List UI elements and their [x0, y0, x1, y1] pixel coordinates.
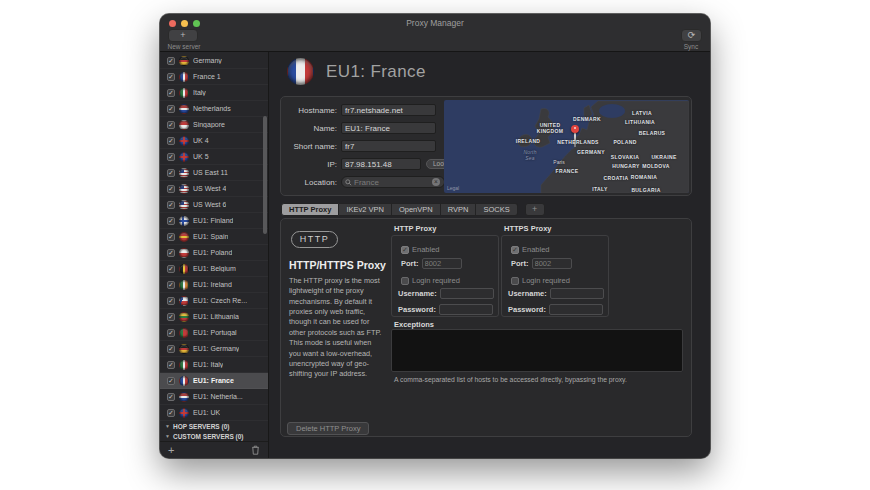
sidebar-server-row[interactable]: ✓ EU1: Portugal — [160, 325, 268, 341]
map-label: ITALY — [592, 186, 607, 192]
server-enabled-checkbox[interactable]: ✓ — [167, 153, 175, 161]
sidebar-server-row[interactable]: ✓ EU1: Netherla... — [160, 389, 268, 405]
server-enabled-checkbox[interactable]: ✓ — [167, 121, 175, 129]
sync-button[interactable]: ⟳ — [681, 29, 702, 42]
sidebar-server-row[interactable]: ✓ UK 5 — [160, 149, 268, 165]
server-flag-icon — [179, 376, 189, 386]
sidebar-server-row[interactable]: ✓ EU1: France — [160, 373, 268, 389]
add-tab-button[interactable]: + — [525, 203, 545, 216]
add-server-button[interactable]: + — [168, 445, 174, 456]
tab-openvpn[interactable]: OpenVPN — [392, 203, 441, 216]
server-enabled-checkbox[interactable]: ✓ — [167, 249, 175, 257]
http-port-field[interactable] — [422, 258, 462, 269]
trash-icon[interactable] — [251, 445, 260, 455]
server-enabled-checkbox[interactable]: ✓ — [167, 57, 175, 65]
server-enabled-checkbox[interactable]: ✓ — [167, 233, 175, 241]
server-enabled-checkbox[interactable]: ✓ — [167, 377, 175, 385]
https-password-field[interactable] — [549, 304, 603, 315]
name-label: Name: — [285, 124, 337, 133]
ip-field[interactable] — [341, 158, 421, 170]
server-label: Italy — [193, 89, 206, 96]
custom-servers-group[interactable]: ▼ CUSTOM SERVERS (0) — [160, 431, 268, 441]
delete-http-proxy-button[interactable]: Delete HTTP Proxy — [287, 422, 369, 435]
http-enabled-checkbox[interactable]: ✓ — [401, 246, 409, 254]
disclosure-triangle-icon[interactable]: ▼ — [165, 433, 170, 439]
sidebar-server-row[interactable]: ✓ EU1: Poland — [160, 245, 268, 261]
new-server-button[interactable]: + — [168, 29, 198, 42]
hostname-field[interactable] — [341, 104, 436, 116]
sidebar-server-row[interactable]: ✓ EU1: UK — [160, 405, 268, 421]
sidebar-server-row[interactable]: ✓ Netherlands — [160, 101, 268, 117]
name-field[interactable] — [341, 122, 436, 134]
map-label: BELARUS — [639, 130, 666, 136]
clear-location-icon[interactable]: × — [432, 178, 440, 186]
disclosure-triangle-icon[interactable]: ▼ — [165, 423, 170, 429]
server-enabled-checkbox[interactable]: ✓ — [167, 89, 175, 97]
server-enabled-checkbox[interactable]: ✓ — [167, 281, 175, 289]
server-label: US West 6 — [193, 201, 226, 208]
http-login-required-label: Login required — [412, 276, 460, 285]
location-search-field[interactable]: × — [341, 176, 445, 188]
tab-socks[interactable]: SOCKS — [476, 203, 517, 216]
server-enabled-checkbox[interactable]: ✓ — [167, 313, 175, 321]
server-flag-icon — [179, 344, 189, 354]
https-username-field[interactable] — [550, 288, 604, 299]
server-enabled-checkbox[interactable]: ✓ — [167, 185, 175, 193]
sidebar-server-row[interactable]: ✓ EU1: Ireland — [160, 277, 268, 293]
server-enabled-checkbox[interactable]: ✓ — [167, 169, 175, 177]
server-enabled-checkbox[interactable]: ✓ — [167, 345, 175, 353]
short-name-field[interactable] — [341, 140, 436, 152]
server-enabled-checkbox[interactable]: ✓ — [167, 217, 175, 225]
hop-servers-group[interactable]: ▼ HOP SERVERS (0) — [160, 421, 268, 431]
sidebar-server-row[interactable]: ✓ Singapore — [160, 117, 268, 133]
http-password-field[interactable] — [439, 304, 493, 315]
server-enabled-checkbox[interactable]: ✓ — [167, 297, 175, 305]
map-legal-link[interactable]: Legal — [447, 185, 459, 191]
server-label: EU1: Belgium — [193, 265, 236, 272]
server-enabled-checkbox[interactable]: ✓ — [167, 409, 175, 417]
sidebar-bottom-bar: + — [160, 441, 268, 458]
sidebar-server-row[interactable]: ✓ EU1: Spain — [160, 229, 268, 245]
server-flag-icon — [179, 280, 189, 290]
sidebar-server-row[interactable]: ✓ Germany — [160, 53, 268, 69]
server-enabled-checkbox[interactable]: ✓ — [167, 73, 175, 81]
server-label: UK 5 — [193, 153, 209, 160]
server-enabled-checkbox[interactable]: ✓ — [167, 361, 175, 369]
https-port-field[interactable] — [532, 258, 572, 269]
http-login-required-checkbox[interactable] — [401, 277, 409, 285]
http-port-label: Port: — [401, 259, 419, 268]
server-enabled-checkbox[interactable]: ✓ — [167, 329, 175, 337]
server-enabled-checkbox[interactable]: ✓ — [167, 201, 175, 209]
server-enabled-checkbox[interactable]: ✓ — [167, 105, 175, 113]
map[interactable]: Legal LATVIALITHUANIADENMARKUNITEDKINGDO… — [444, 100, 689, 193]
sidebar-server-row[interactable]: ✓ EU1: Lithuania — [160, 309, 268, 325]
sidebar-server-row[interactable]: ✓ US East 11 — [160, 165, 268, 181]
https-login-required-checkbox[interactable] — [511, 277, 519, 285]
server-enabled-checkbox[interactable]: ✓ — [167, 137, 175, 145]
server-enabled-checkbox[interactable]: ✓ — [167, 393, 175, 401]
sidebar-server-row[interactable]: ✓ Italy — [160, 85, 268, 101]
https-enabled-checkbox[interactable]: ✓ — [511, 246, 519, 254]
location-input[interactable] — [354, 178, 430, 187]
sidebar-server-row[interactable]: ✓ France 1 — [160, 69, 268, 85]
map-label: FRANCE — [556, 168, 579, 174]
sidebar-server-row[interactable]: ✓ UK 4 — [160, 133, 268, 149]
sidebar-server-row[interactable]: ✓ US West 6 — [160, 197, 268, 213]
sidebar-server-row[interactable]: ✓ EU1: Belgium — [160, 261, 268, 277]
exceptions-textarea[interactable] — [391, 329, 683, 372]
sidebar-server-row[interactable]: ✓ EU1: Czech Re... — [160, 293, 268, 309]
sidebar-server-row[interactable]: ✓ EU1: Finland — [160, 213, 268, 229]
server-flag-icon — [179, 168, 189, 178]
server-flag-icon — [179, 216, 189, 226]
sidebar-scrollbar[interactable] — [263, 116, 267, 234]
tab-ikev2-vpn[interactable]: IKEv2 VPN — [339, 203, 392, 216]
map-label: HUNGARY — [612, 163, 640, 169]
http-username-field[interactable] — [440, 288, 494, 299]
server-label: EU1: Finland — [193, 217, 233, 224]
tab-http-proxy[interactable]: HTTP Proxy — [281, 203, 339, 216]
sidebar-server-row[interactable]: ✓ EU1: Germany — [160, 341, 268, 357]
tab-rvpn[interactable]: RVPN — [441, 203, 477, 216]
sidebar-server-row[interactable]: ✓ EU1: Italy — [160, 357, 268, 373]
server-enabled-checkbox[interactable]: ✓ — [167, 265, 175, 273]
sidebar-server-row[interactable]: ✓ US West 4 — [160, 181, 268, 197]
